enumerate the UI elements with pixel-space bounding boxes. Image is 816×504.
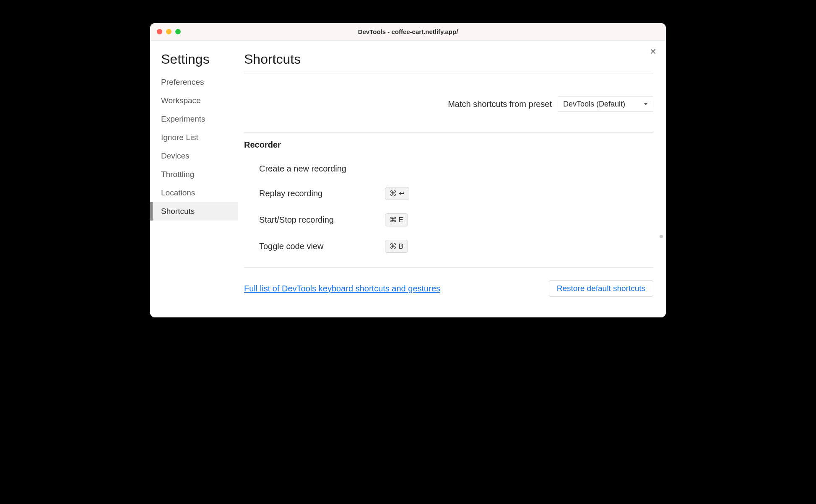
sidebar-item-experiments[interactable]: Experiments (150, 110, 238, 128)
sidebar-title: Settings (150, 52, 238, 73)
page-title: Shortcuts (244, 52, 653, 73)
sidebar-item-ignore-list[interactable]: Ignore List (150, 128, 238, 147)
preset-row: Match shortcuts from preset DevTools (De… (244, 73, 653, 132)
shortcut-label: Replay recording (259, 189, 385, 198)
titlebar: DevTools - coffee-cart.netlify.app/ (150, 23, 666, 41)
window-title: DevTools - coffee-cart.netlify.app/ (150, 28, 666, 35)
chevron-down-icon (644, 103, 648, 105)
shortcuts-section: Recorder Create a new recording Replay r… (244, 132, 653, 268)
shortcut-keys: ⌘ ↩ (385, 187, 409, 200)
sidebar-item-devices[interactable]: Devices (150, 147, 238, 165)
sidebar-item-throttling[interactable]: Throttling (150, 165, 238, 184)
minimize-window-button[interactable] (166, 29, 172, 34)
preset-select[interactable]: DevTools (Default) (558, 96, 653, 112)
shortcut-row-replay-recording[interactable]: Replay recording ⌘ ↩ (244, 180, 653, 207)
sidebar-item-shortcuts[interactable]: Shortcuts (150, 202, 238, 221)
main-panel: Shortcuts Match shortcuts from preset De… (238, 41, 666, 317)
shortcut-row-start-stop-recording[interactable]: Start/Stop recording ⌘ E (244, 207, 653, 233)
preset-label: Match shortcuts from preset (448, 99, 552, 109)
shortcut-row-toggle-code-view[interactable]: Toggle code view ⌘ B (244, 233, 653, 260)
shortcut-label: Start/Stop recording (259, 215, 385, 225)
sidebar-item-workspace[interactable]: Workspace (150, 91, 238, 110)
sidebar-item-locations[interactable]: Locations (150, 184, 238, 202)
full-shortcuts-link[interactable]: Full list of DevTools keyboard shortcuts… (244, 284, 440, 294)
preset-select-value: DevTools (Default) (563, 100, 625, 109)
shortcut-label: Toggle code view (259, 242, 385, 251)
sidebar-item-preferences[interactable]: Preferences (150, 73, 238, 91)
devtools-window: DevTools - coffee-cart.netlify.app/ ✕ Se… (150, 23, 666, 317)
close-window-button[interactable] (157, 29, 162, 34)
shortcut-keys: ⌘ E (385, 213, 408, 226)
section-title: Recorder (244, 137, 653, 157)
settings-sidebar: Settings Preferences Workspace Experimen… (150, 41, 238, 317)
shortcut-row-create-recording[interactable]: Create a new recording (244, 157, 653, 180)
maximize-window-button[interactable] (175, 29, 181, 34)
shortcut-label: Create a new recording (259, 164, 385, 174)
content-area: ✕ Settings Preferences Workspace Experim… (150, 41, 666, 317)
shortcut-keys: ⌘ B (385, 240, 408, 253)
traffic-lights (157, 29, 181, 34)
scrollbar-thumb[interactable] (660, 235, 663, 238)
restore-defaults-button[interactable]: Restore default shortcuts (549, 280, 653, 297)
footer-row: Full list of DevTools keyboard shortcuts… (244, 268, 653, 297)
